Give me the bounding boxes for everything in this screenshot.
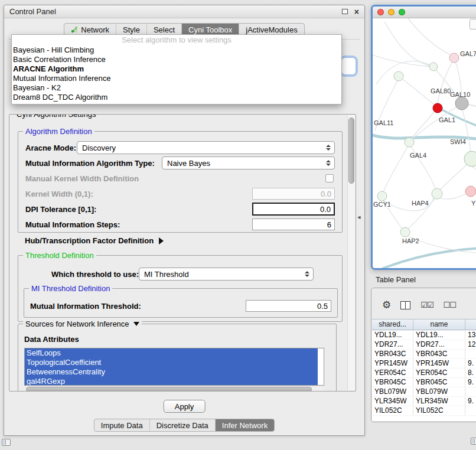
scrollbar-thumb[interactable] [348,118,354,184]
table-header: shared...name [372,319,476,330]
network-node-label: GAL11 [374,119,393,126]
combo-arrows-icon [326,160,331,166]
sources-group-title[interactable]: Sources for Network Inference [23,319,142,328]
table-row[interactable]: YER054CYER054C8. [372,369,476,378]
table-cell: YBR043C [372,350,413,358]
algorithm-option-basic-correlation-inference[interactable]: Basic Correlation Inference [12,55,341,64]
network-canvas[interactable]: GAL7GAL80GAL10GAL11GAL1SWI4GAL4GCY1HAP4Y… [373,18,476,268]
mi-steps-label: Mutual Information Steps: [25,220,120,229]
algorithm-combo-button[interactable] [341,57,356,75]
mi-threshold-definition-group: MI Threshold Definition Mutual Informati… [24,288,338,318]
tab-style[interactable]: Style [116,24,146,35]
settings-scrollbar[interactable] [347,115,355,390]
tab-jactivemodules[interactable]: jActiveModules [239,24,304,35]
apply-button[interactable]: Apply [164,400,206,413]
network-node[interactable] [464,151,476,167]
network-node[interactable] [432,188,442,199]
table-row[interactable]: YBR045CYBR045C9. [372,378,476,387]
algorithm-option-aracne-algorithm[interactable]: ARACNE Algorithm [12,64,341,74]
control-panel-titlebar: Control Panel × [4,5,364,18]
tab-cyni-toolbox[interactable]: Cyni Toolbox [181,24,239,35]
mi-threshold-input[interactable] [246,300,331,312]
table-row[interactable]: YBL079WYBL079W [372,387,476,397]
bottom-tab-discretize-data[interactable]: Discretize Data [149,419,215,431]
table-row[interactable]: YDL19...YDL19...13 [372,331,476,340]
column-header-shared[interactable]: shared... [372,319,413,330]
zoom-traffic-light[interactable] [399,9,405,15]
table-row[interactable]: YBR043CYBR043C [372,350,476,359]
network-edge [412,110,435,139]
table-row[interactable]: YDR27...YDR27...12 [372,340,476,350]
columns-icon[interactable] [400,301,410,309]
network-edge [373,55,431,67]
mi-algorithm-type-combo[interactable]: Naive Bayes [162,156,335,169]
hub-definition-expander[interactable]: Hub/Transcription Factor Definition [25,236,164,245]
table-row[interactable]: YPR145WYPR145W9. [372,359,476,369]
network-node[interactable] [465,186,476,197]
network-node[interactable] [433,103,442,113]
which-threshold-label: Which threshold to use: [51,270,139,279]
close-window-icon[interactable]: × [354,8,359,15]
gear-icon[interactable]: ⚙ [382,299,390,311]
network-node[interactable] [405,138,414,147]
dpi-tolerance-input[interactable] [252,203,335,216]
aracne-mode-combo[interactable]: Discovery [77,141,335,154]
network-node[interactable] [449,53,459,63]
collapsed-panel-icon[interactable] [2,439,11,446]
column-header-blank[interactable] [465,319,476,330]
network-edge [439,193,467,199]
tab-label: Select [154,25,175,34]
mi-steps-input[interactable] [252,219,335,230]
mi-algorithm-type-label: Mutual Information Algorithm Type: [25,159,155,168]
attribute-item-gal4rgexp[interactable]: gal4RGexp [25,377,318,386]
network-node-label: Y [471,200,476,207]
attribute-item-selfloops[interactable]: SelfLoops [25,348,318,358]
network-node[interactable] [377,191,387,201]
attribute-item-betweennesscentrality[interactable]: BetweennessCentrality [25,367,318,377]
algorithm-option-dream8-dc-tdc-algorithm[interactable]: Dream8 DC_TDC Algorithm [12,93,341,102]
manual-kernel-width-checkbox[interactable] [325,174,334,182]
threshold-definition-group: Threshold Definition Which threshold to … [18,255,343,322]
network-node[interactable] [429,63,438,71]
table-row[interactable]: YLR345WYLR345W9. [372,397,476,406]
attribute-item-topologicalcoefficient[interactable]: TopologicalCoefficient [25,358,318,367]
scrollbar-thumb[interactable] [26,387,312,392]
algorithm-option-mutual-information-inference[interactable]: Mutual Information Inference [12,74,341,83]
table-cell: 13 [465,331,476,340]
column-header-name[interactable]: name [413,319,465,330]
which-threshold-combo[interactable]: MI Threshold [139,268,314,281]
splitter-collapse-arrow[interactable]: ◂ [357,214,361,220]
tab-network[interactable]: Network [64,24,116,35]
deselect-all-icon[interactable]: ☐☐ [444,299,456,311]
table-cell: YER054C [413,369,465,377]
network-edge [384,22,429,66]
table-cell: YPR145W [413,359,465,368]
table-row[interactable]: YIL052CYIL052C [372,406,476,416]
network-node[interactable] [400,227,410,237]
network-node[interactable] [394,71,403,81]
which-threshold-value: MI Threshold [144,270,189,279]
minimize-traffic-light[interactable] [388,9,395,15]
table-cell: YBR043C [413,350,465,358]
combo-arrows-icon [305,271,309,277]
select-all-icon[interactable]: ☑☑ [420,299,433,311]
kernel-width-row: Kernel Width (0,1): [25,187,335,200]
algorithm-option-bayesian-k2[interactable]: Bayesian - K2 [12,83,341,93]
network-node[interactable] [455,97,468,110]
tab-label: Cyni Toolbox [188,25,232,34]
algorithm-option-bayesian-hill-climbing[interactable]: Bayesian - Hill Climbing [12,45,341,55]
birdseye-toggle-button[interactable] [470,19,476,30]
tab-select[interactable]: Select [146,24,181,35]
tab-label: Impute Data [101,421,143,430]
float-window-icon[interactable] [342,9,348,14]
close-traffic-light[interactable] [377,9,384,15]
attributes-hscrollbar[interactable] [24,387,324,392]
collapsed-panel-icon[interactable] [471,438,476,445]
table-cell: YBL079W [372,387,413,396]
manual-kernel-row: Manual Kernel Width Definition [25,172,335,185]
table-cell: YDL19... [372,331,413,340]
table-cell: YER054C [372,369,413,377]
bottom-tab-infer-network[interactable]: Infer Network [215,419,274,431]
network-node-label: HAP4 [412,200,429,207]
bottom-tab-impute-data[interactable]: Impute Data [94,419,149,431]
